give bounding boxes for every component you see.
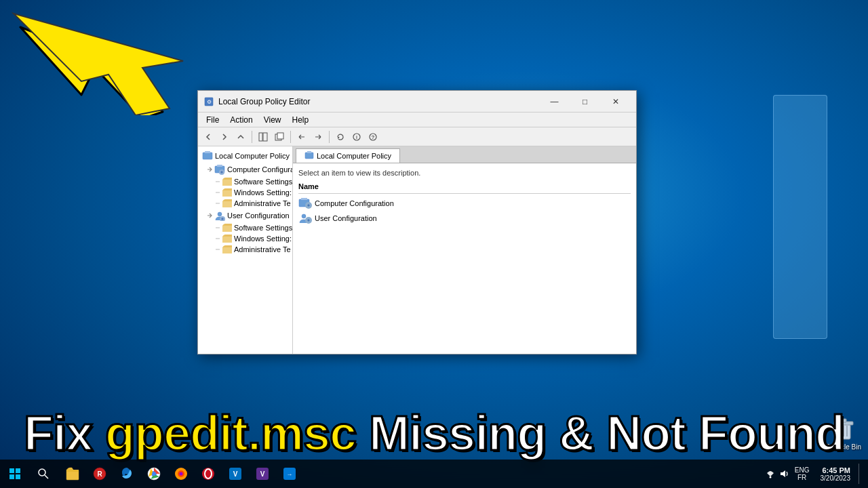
forward-button[interactable] <box>217 129 232 144</box>
svg-text:V: V <box>260 470 265 478</box>
panel-tab-local-computer[interactable]: Local Computer Policy <box>296 148 400 163</box>
back-list-button[interactable] <box>294 129 309 144</box>
svg-rect-23 <box>222 237 232 243</box>
row-user-config-label: User Configuration <box>315 214 377 222</box>
taskbar-clock[interactable]: 6:45 PM 3/20/2023 <box>815 466 856 482</box>
refresh-button[interactable] <box>333 129 348 144</box>
taskbar-app2[interactable]: V <box>250 460 275 488</box>
svg-rect-5 <box>263 133 267 141</box>
admin-templates-cc-label: Administrative Te <box>234 199 291 207</box>
panel-items: Computer Configuration User Configuratio… <box>298 197 631 225</box>
overlay-fix: Fix <box>24 406 105 460</box>
svg-rect-44 <box>66 470 79 480</box>
show-console-button[interactable] <box>256 129 271 144</box>
svg-rect-25 <box>305 152 313 159</box>
svg-point-20 <box>218 212 222 216</box>
svg-rect-15 <box>217 165 222 167</box>
panel-tab-bar: Local Computer Policy <box>293 146 636 163</box>
menu-help[interactable]: Help <box>287 114 315 126</box>
taskbar-file-explorer[interactable] <box>60 460 85 488</box>
tree-admin-templates-uc[interactable]: Administrative Te <box>198 244 292 255</box>
svg-rect-26 <box>307 151 311 153</box>
title-bar: ⚙ Local Group Policy Editor — □ ✕ <box>198 91 636 113</box>
back-button[interactable] <box>201 129 216 144</box>
minimize-button[interactable]: — <box>539 91 570 113</box>
content-area: Local Computer Policy Computer Configura… <box>198 146 636 354</box>
panel-description: Select an item to view its description. <box>298 169 631 177</box>
svg-rect-7 <box>277 133 283 139</box>
taskbar-opera[interactable] <box>195 460 221 488</box>
taskbar-app1[interactable]: V <box>222 460 248 488</box>
overlay-title: Fix gpedit.msc Missing & Not Found <box>24 409 844 458</box>
taskbar-app-icons: R <box>60 460 302 488</box>
taskbar-language[interactable]: ENG FR <box>792 466 812 481</box>
close-button[interactable]: ✕ <box>600 91 631 113</box>
network-icon[interactable] <box>765 468 776 479</box>
menu-file[interactable]: File <box>201 114 224 126</box>
up-button[interactable] <box>233 129 248 144</box>
arrow-annotation <box>7 7 197 115</box>
svg-point-42 <box>39 469 45 476</box>
panel-row-computer-config[interactable]: Computer Configuration <box>298 197 631 210</box>
overlay-gpedit: gpedit.msc <box>105 406 356 460</box>
svg-text:V: V <box>233 470 238 478</box>
panel-row-user-config[interactable]: User Configuration <box>298 211 631 225</box>
menu-action[interactable]: Action <box>224 114 258 126</box>
svg-point-61 <box>769 476 771 479</box>
row-computer-config-label: Computer Configuration <box>315 199 394 207</box>
speaker-icon[interactable] <box>778 468 789 479</box>
col-name-header: Name <box>298 182 631 190</box>
tree-user-config[interactable]: User Configuration <box>198 209 292 222</box>
show-desktop-button[interactable] <box>859 464 863 484</box>
windows-settings-cc-label: Windows Setting: <box>234 188 292 197</box>
help-button[interactable]: ? <box>366 129 380 144</box>
tree-root[interactable]: Local Computer Policy <box>198 149 292 163</box>
menu-bar: File Action View Help <box>198 113 636 127</box>
svg-rect-12 <box>203 152 212 159</box>
new-window-button[interactable] <box>272 129 287 144</box>
svg-rect-38 <box>9 468 14 473</box>
tree-windows-settings-uc[interactable]: Windows Setting: <box>198 233 292 244</box>
software-settings-label: Software Settings <box>234 178 292 186</box>
windows-widget <box>773 95 827 339</box>
desktop: ⚙ Local Group Policy Editor — □ ✕ File A… <box>0 0 868 488</box>
taskbar-app3[interactable]: → <box>277 460 302 488</box>
tree-admin-templates-cc[interactable]: Administrative Te <box>198 198 292 209</box>
panel-columns: Name <box>298 182 631 194</box>
svg-rect-4 <box>259 133 262 141</box>
svg-line-43 <box>45 475 48 479</box>
tree-software-settings[interactable]: Software Settings <box>198 176 292 187</box>
lang-label: ENG <box>795 466 810 474</box>
taskbar-edge[interactable] <box>114 460 140 488</box>
taskbar-red-app[interactable]: R <box>87 460 113 488</box>
svg-rect-41 <box>16 474 20 479</box>
svg-rect-18 <box>222 190 232 197</box>
taskbar-chrome[interactable] <box>141 460 167 488</box>
properties-button[interactable]: i <box>349 129 364 144</box>
toolbar-divider-2 <box>290 131 291 143</box>
menu-view[interactable]: View <box>258 114 287 126</box>
svg-rect-40 <box>9 474 14 479</box>
tree-windows-settings[interactable]: Windows Setting: <box>198 187 292 198</box>
start-button[interactable] <box>0 460 30 488</box>
app-icon: ⚙ <box>203 96 214 107</box>
search-button[interactable] <box>30 460 57 488</box>
maximize-button[interactable]: □ <box>570 91 600 113</box>
admin-templates-uc-label: Administrative Te <box>234 245 291 253</box>
svg-point-52 <box>180 472 183 476</box>
svg-text:?: ? <box>372 134 375 140</box>
tree-computer-config[interactable]: Computer Configura… <box>198 163 292 176</box>
clock-time: 6:45 PM <box>822 466 850 474</box>
window-controls: — □ ✕ <box>539 91 631 113</box>
svg-point-30 <box>302 214 306 218</box>
forward-list-button[interactable] <box>311 129 326 144</box>
tree-software-settings-uc[interactable]: Software Settings <box>198 222 292 233</box>
clock-date: 3/20/2023 <box>821 474 851 482</box>
taskbar-sys-icons <box>765 468 789 479</box>
taskbar-firefox[interactable] <box>168 460 194 488</box>
software-settings-uc-label: Software Settings <box>234 224 292 232</box>
toolbar-divider-1 <box>252 131 252 143</box>
panel-content: Select an item to view its description. … <box>293 163 636 354</box>
svg-point-49 <box>152 472 156 476</box>
svg-rect-28 <box>301 198 307 200</box>
